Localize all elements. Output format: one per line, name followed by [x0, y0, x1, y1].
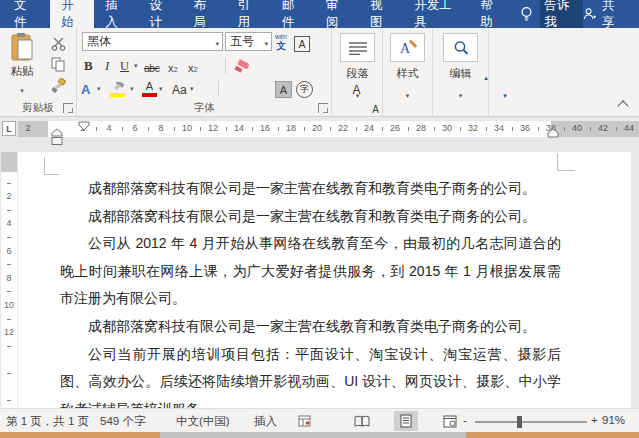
tab-mailings[interactable]: 邮件: [271, 0, 315, 28]
clear-formatting-button[interactable]: [233, 56, 251, 74]
language-status[interactable]: 中文(中国): [176, 414, 230, 429]
tab-home[interactable]: 开始: [50, 0, 94, 28]
read-mode-button[interactable]: [350, 411, 374, 431]
ruler-number: 32: [468, 123, 478, 133]
zoom-slider-track[interactable]: [475, 421, 587, 423]
document-line[interactable]: 图、高效办公。后续还将陆续增开影视动画、UI 设计、网页设计、摄影、中小学辅导、…: [60, 368, 561, 396]
print-layout-button[interactable]: [394, 411, 418, 431]
ruler-number: 26: [390, 123, 400, 133]
font-size-value: 五号: [230, 33, 254, 50]
share-button[interactable]: 共享: [583, 0, 639, 28]
tab-help[interactable]: 帮助: [469, 0, 513, 28]
text-effects-button[interactable]: A: [81, 79, 90, 97]
vertical-ruler-tick: [7, 373, 11, 374]
document-line[interactable]: 晚上时间兼职在网络上课，为广大爱好者提供服务，到 2015 年 1 月根据发展需…: [60, 258, 561, 286]
paste-button[interactable]: 粘贴: [3, 32, 41, 100]
document-text[interactable]: 成都部落窝科技有限公司是一家主营在线教育和教育类电子商务的公司。成都部落窝科技有…: [60, 175, 561, 423]
phonetic-guide-button[interactable]: wén 文: [275, 33, 287, 51]
document-line[interactable]: 公司当前开展的培训项目包括：平面设计、淘宝设计、淘宝运营、摄影后期、CAD 制: [60, 341, 561, 369]
document-line[interactable]: 公司从 2012 年 4 月开始从事网络在线教育至今，由最初的几名志同道合的朋友…: [60, 230, 561, 258]
bold-button[interactable]: B: [84, 56, 93, 74]
lightbulb-icon: [520, 6, 533, 22]
page-number-status[interactable]: 第 1 页，共 1 页: [6, 414, 89, 429]
underline-button[interactable]: U: [120, 56, 129, 74]
tell-me-wrap: 告诉我: [520, 0, 583, 28]
paste-dropdown-arrow[interactable]: [20, 79, 24, 97]
tab-review[interactable]: 审阅: [315, 0, 359, 28]
vertical-ruler-number: 10: [1, 300, 17, 310]
superscript-button[interactable]: x2: [188, 56, 198, 74]
insert-mode-status[interactable]: 插入: [254, 414, 277, 429]
ribbon: 粘贴 剪贴板 黑体 五号: [0, 28, 639, 117]
highlight-color-button[interactable]: [110, 79, 125, 97]
margin-crop-mark-top-right: [557, 153, 575, 171]
subscript-mark: 2: [174, 65, 178, 74]
zoom-in-button[interactable]: +: [591, 414, 598, 426]
copy-button[interactable]: [45, 55, 71, 74]
macro-record-icon[interactable]: [298, 415, 311, 429]
italic-button[interactable]: I: [105, 56, 109, 74]
web-layout-button[interactable]: [438, 411, 462, 431]
vertical-ruler-tick: [7, 346, 11, 347]
styles-group[interactable]: A 样式: [383, 28, 433, 116]
character-shading-button[interactable]: A: [275, 80, 292, 98]
change-case-dropdown-arrow[interactable]: [190, 79, 194, 97]
text-effects-dropdown-arrow[interactable]: [97, 79, 101, 97]
document-page[interactable]: 成都部落窝科技有限公司是一家主营在线教育和教育类电子商务的公司。成都部落窝科技有…: [18, 152, 631, 408]
editing-group[interactable]: 编辑: [433, 28, 489, 116]
font-color-button[interactable]: A: [142, 79, 157, 97]
enclose-characters-button[interactable]: 字: [296, 80, 313, 98]
font-group-label: 字体: [78, 101, 331, 115]
right-indent-marker[interactable]: [547, 128, 559, 138]
styles-dropdown-arrow[interactable]: [406, 84, 410, 102]
font-name-combobox[interactable]: 黑体: [82, 32, 223, 51]
font-size-dropdown-arrow[interactable]: [264, 35, 271, 49]
zoom-level[interactable]: 91%: [602, 414, 625, 426]
character-border-button[interactable]: A: [294, 34, 310, 52]
word-count-status[interactable]: 549 个字: [100, 414, 145, 429]
underline-dropdown-arrow[interactable]: [134, 56, 138, 74]
font-color-dropdown-arrow[interactable]: [159, 79, 163, 97]
paragraph-dropdown-arrow[interactable]: [356, 84, 360, 102]
document-line[interactable]: 市注册为有限公司。: [60, 285, 561, 313]
document-line[interactable]: 成都部落窝科技有限公司是一家主营在线教育和教育类电子商务的公司。: [60, 313, 561, 341]
paragraph-icon[interactable]: [340, 33, 375, 62]
tab-insert[interactable]: 插入: [94, 0, 138, 28]
subscript-button[interactable]: x2: [168, 56, 178, 74]
document-line[interactable]: 成都部落窝科技有限公司是一家主营在线教育和教育类电子商务的公司。: [60, 175, 561, 203]
styles-group-label: 样式: [397, 66, 419, 81]
font-name-dropdown-arrow[interactable]: [215, 35, 222, 49]
tab-view[interactable]: 视图: [359, 0, 403, 28]
first-line-indent-marker[interactable]: [78, 121, 90, 131]
clipboard-dialog-launcher[interactable]: [63, 103, 73, 113]
tab-file[interactable]: 文件: [0, 0, 50, 28]
zoom-slider-thumb[interactable]: [517, 416, 522, 428]
clipboard-group: 粘贴 剪贴板: [0, 28, 77, 116]
vertical-ruler-number: 6: [1, 246, 17, 256]
format-painter-button[interactable]: [45, 76, 71, 95]
tab-references[interactable]: 引用: [227, 0, 271, 28]
tab-stop-selector[interactable]: L: [2, 121, 16, 136]
font-dialog-launcher[interactable]: [318, 103, 328, 113]
highlight-dropdown-arrow[interactable]: [130, 79, 134, 97]
editing-dropdown-arrow[interactable]: [459, 84, 463, 102]
document-line[interactable]: 成都部落窝科技有限公司是一家主营在线教育和教育类电子商务的公司。: [60, 203, 561, 231]
vertical-ruler[interactable]: 24681012: [1, 152, 17, 408]
paragraph-group[interactable]: 段落: [333, 28, 383, 116]
horizontal-ruler[interactable]: 2246810121416182022242628303234363840424…: [18, 121, 639, 137]
change-case-button[interactable]: Aa: [172, 79, 187, 97]
strikethrough-button[interactable]: abc: [144, 56, 159, 74]
tab-developer[interactable]: 开发工具: [403, 0, 469, 28]
cut-button[interactable]: [45, 34, 71, 53]
font-size-combobox[interactable]: 五号: [225, 32, 272, 51]
find-icon[interactable]: [443, 33, 478, 62]
tab-design[interactable]: 设计: [138, 0, 182, 28]
styles-icon[interactable]: A: [390, 33, 425, 62]
ruler-tick: [330, 127, 331, 131]
left-indent-marker[interactable]: [51, 128, 63, 146]
ruler-tick: [122, 127, 123, 131]
tab-layout[interactable]: 布局: [183, 0, 227, 28]
zoom-out-button[interactable]: -: [463, 414, 467, 426]
collapse-ribbon-icon[interactable]: [617, 100, 628, 111]
vertical-ruler-tick: [7, 237, 11, 238]
